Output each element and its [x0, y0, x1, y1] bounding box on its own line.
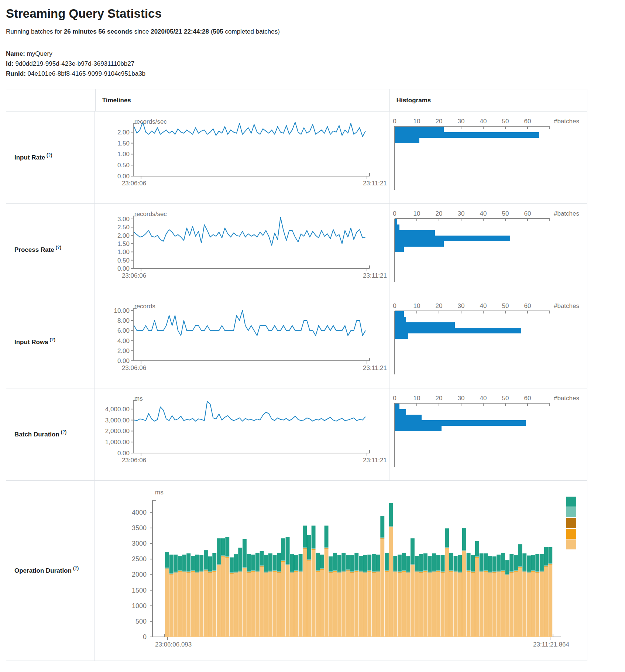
stacked-bar-segment-sliver-dark-orange: [380, 538, 384, 539]
stacked-bar-segment-sliver-light-teal: [281, 560, 285, 561]
stacked-bar-segment-sliver-orange: [458, 573, 462, 573]
stacked-bar-segment-sliver-dark-orange: [195, 572, 199, 573]
stacked-bar-segment-sliver-orange: [402, 571, 406, 572]
help-question-icon[interactable]: ?: [57, 245, 60, 250]
help-tooltip-process-rate[interactable]: (?): [56, 245, 61, 250]
stacked-bar-segment-sliver-orange: [169, 574, 174, 575]
stacked-bar-segment-sliver-dark-orange: [419, 572, 423, 573]
stacked-bar-segment-sliver-light-teal: [484, 570, 488, 571]
query-meta: Name: myQuery Id: 9d0dd219-995d-423e-b97…: [6, 49, 625, 79]
stacked-bar-segment-sliver-orange: [247, 572, 251, 573]
chart-text: 10: [413, 395, 420, 402]
stacked-bar-segment-sliver-orange: [385, 571, 389, 572]
batch-duration-timeline-chart: ms0.001,000.002,000.003,000.004,000.0023…: [95, 388, 389, 480]
input-rows-timeline-chart: records0.002.004.006.008.0010.0023:06:06…: [95, 296, 389, 388]
stacked-bar-segment-sliver-light-teal: [186, 572, 190, 572]
stacked-bar-segment-bottom-tan: [199, 572, 203, 637]
stacked-bar-segment-bottom-tan: [475, 558, 479, 637]
stacked-bar-segment-sliver-light-teal: [436, 570, 440, 571]
histogram-bar: [395, 322, 455, 328]
stacked-bar-segment-sliver-orange: [333, 571, 337, 572]
stacked-bar-segment-sliver-dark-orange: [540, 572, 544, 572]
timeline-line-series: [134, 217, 365, 246]
stacked-bar-segment-top-teal: [389, 503, 393, 526]
chart-text: 500: [135, 618, 147, 625]
stacked-bar-segment-top-teal: [492, 556, 497, 571]
stacked-bar-segment-bottom-tan: [509, 573, 514, 637]
stacked-bar-segment-sliver-orange: [449, 571, 453, 572]
stacked-bar-segment-sliver-light-teal: [458, 572, 462, 572]
stacked-bar-segment-sliver-orange: [273, 571, 277, 572]
stacked-bar-segment-sliver-dark-orange: [268, 572, 272, 572]
stacked-bar-segment-sliver-light-teal: [531, 570, 535, 571]
legend-swatch: [566, 518, 576, 528]
stacked-bar-segment-sliver-light-teal: [238, 571, 242, 572]
help-tooltip-batch-duration[interactable]: (?): [61, 429, 66, 435]
stacked-bar-segment-sliver-orange: [367, 571, 371, 572]
stacked-bar-segment-sliver-dark-orange: [255, 572, 260, 572]
streaming-statistics-page: Streaming Query Statistics Running batch…: [0, 0, 625, 661]
histogram-bar: [395, 409, 406, 415]
query-id-value: 9d0dd219-995d-423e-b97d-36931110bb27: [14, 60, 134, 67]
stacked-bar-segment-top-teal: [312, 526, 316, 549]
stacked-bar-segment-sliver-dark-orange: [505, 575, 509, 575]
stacked-bar-segment-bottom-tan: [225, 558, 229, 637]
stacked-bar-segment-sliver-dark-orange: [531, 571, 535, 571]
help-tooltip-input-rate[interactable]: (?): [47, 152, 52, 158]
stacked-bar-segment-top-teal: [518, 544, 522, 566]
stacked-bar-segment-sliver-dark-orange: [522, 572, 526, 572]
cell-batch-duration-histogram: 0102030405060#batches: [389, 388, 587, 480]
chart-text: 0.00: [117, 450, 130, 457]
stacked-bar-segment-sliver-light-teal: [462, 550, 466, 551]
stacked-bar-segment-sliver-light-teal: [169, 573, 174, 574]
stacked-bar-segment-sliver-orange: [281, 561, 285, 562]
stacked-bar-segment-sliver-light-teal: [333, 570, 337, 571]
process-rate-timeline-chart: records/sec0.000.501.001.502.002.503.002…: [95, 204, 389, 296]
stacked-bar-segment-sliver-orange: [186, 572, 190, 573]
stacked-bar-segment-top-teal: [535, 554, 539, 571]
stacked-bar-segment-sliver-orange: [548, 564, 552, 565]
stacked-bar-segment-bottom-tan: [273, 572, 277, 637]
stacked-bar-segment-top-teal: [320, 555, 324, 568]
stacked-bar-segment-bottom-tan: [238, 572, 242, 637]
stacked-bar-segment-top-teal: [260, 551, 264, 566]
stacked-bar-segment-sliver-dark-orange: [432, 572, 436, 572]
stacked-bar-segment-sliver-light-teal: [488, 572, 492, 572]
timeline-line-series: [134, 311, 365, 336]
stacked-bar-segment-top-teal: [217, 538, 221, 564]
stacked-bar-segment-sliver-dark-orange: [174, 572, 178, 573]
chart-text: 3,000.00: [105, 417, 130, 424]
chart-text: ms: [155, 489, 164, 496]
chart-text: 30: [458, 395, 465, 402]
stacked-bar-segment-sliver-orange: [191, 571, 195, 572]
stacked-bar-segment-sliver-dark-orange: [290, 572, 294, 573]
stacked-bar-segment-sliver-light-teal: [324, 548, 329, 548]
stacked-bar-segment-bottom-tan: [169, 575, 174, 637]
help-paren: ): [77, 566, 79, 571]
chart-text: 0.00: [117, 357, 130, 364]
stacked-bar-segment-sliver-orange: [509, 572, 514, 573]
chart-text: 2,000.00: [105, 428, 130, 435]
stacked-bar-segment-bottom-tan: [480, 572, 484, 637]
stacked-bar-segment-sliver-light-teal: [251, 570, 255, 571]
stacked-bar-segment-bottom-tan: [178, 572, 182, 637]
chart-text: 60: [524, 118, 531, 125]
chart-text: 1500: [132, 587, 147, 594]
histogram-bar: [395, 132, 539, 138]
stacked-bar-segment-sliver-dark-orange: [273, 571, 277, 571]
stacked-bar-segment-sliver-orange: [264, 573, 268, 573]
help-tooltip-input-rows[interactable]: (?): [50, 337, 55, 342]
stacked-bar-segment-sliver-light-teal: [199, 571, 203, 572]
help-question-icon[interactable]: ?: [51, 337, 54, 342]
stacked-bar-segment-bottom-tan: [307, 560, 311, 637]
stacked-bar-segment-sliver-light-teal: [286, 564, 290, 565]
stacked-bar-segment-sliver-orange: [268, 572, 272, 572]
row-label-text: Input Rows: [14, 339, 48, 346]
help-tooltip-operation-duration[interactable]: (?): [73, 566, 79, 571]
stacked-bar-segment-sliver-orange: [277, 572, 281, 573]
header-empty: [6, 89, 95, 111]
chart-text: 23:11:21: [363, 364, 387, 371]
stacked-bar-segment-bottom-tan: [191, 572, 195, 637]
stacked-bar-segment-top-teal: [544, 547, 548, 566]
stacked-bar-segment-sliver-dark-orange: [264, 572, 268, 573]
